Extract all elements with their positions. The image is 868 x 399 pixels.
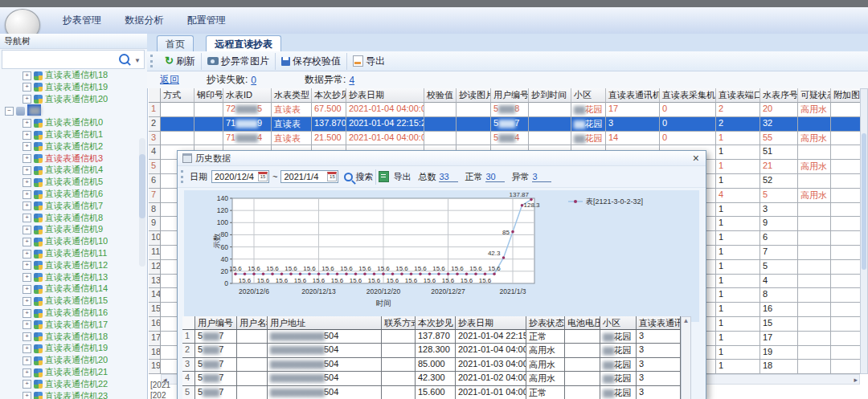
tree-expander[interactable]: + [23,285,31,294]
export-button[interactable]: 导出 [346,53,391,70]
tree-item[interactable]: +直读表通信机6 [0,188,138,200]
grid-header-cell[interactable]: 水表序号 [760,88,798,103]
history-header-cell[interactable]: 直读表通讯机 [637,316,681,330]
tree-item[interactable]: +直读表通信机8 [0,212,138,224]
tree-item[interactable]: +直读表通信机19 [0,342,138,354]
tree-expander[interactable]: + [23,309,31,318]
grid-header-cell[interactable]: 抄读图片 [457,88,491,103]
grid-header-cell[interactable]: 直读表端口 [716,88,760,103]
tree-expander[interactable]: + [23,320,31,329]
fail-count-link[interactable]: 0 [251,75,256,86]
tree-item[interactable]: +直读表通信机9 [0,223,138,235]
grid-header-cell[interactable]: 钢印号 [194,88,223,103]
grid-header-cell[interactable]: 小区 [571,88,606,103]
calendar-icon[interactable]: 15 [327,172,337,181]
history-table-scrollbar[interactable]: ▲ [681,316,691,399]
history-header-cell[interactable]: 联系方式 [382,316,416,330]
tree-item[interactable]: +直读表通信机2 [0,140,138,153]
tree-item[interactable]: +直读表通信机1 [0,128,138,140]
tree-expander[interactable]: + [23,83,31,92]
tree-item[interactable]: +直读表通信机14 [0,283,138,295]
tree-scrollbar-thumb[interactable] [139,154,145,218]
tree-item[interactable]: +直读表通信机15 [0,295,138,307]
tree-expander[interactable]: + [23,119,31,128]
tree-item[interactable]: +直读表通信机11 [0,247,138,259]
tree-item[interactable]: +直读表通信机3 [0,153,138,165]
tree-item[interactable]: +直读表通信机23 [0,390,138,399]
scroll-right-icon[interactable]: ▸ [854,376,858,384]
tree-item[interactable]: +直读表通信机13 [0,271,138,283]
capture-abnormal-photo-button[interactable]: 抄异常图片 [201,53,275,70]
tree-item[interactable]: +直读表通信机5 [0,176,138,188]
tree-expander[interactable]: + [23,380,31,389]
history-header-cell[interactable]: 抄表日期 [456,316,526,330]
tree-item[interactable]: +直读表通信机12 [0,259,138,271]
grid-header-cell[interactable]: 抄到时间 [529,88,571,103]
date-to-input[interactable]: 2021/1/4 15 [280,170,338,183]
chevron-down-icon[interactable]: ▼ [134,57,141,64]
table-row[interactable]: 371▇▇▇▇4直读表21.5002021-01-04 04:00:005▇▇▇… [149,132,868,146]
dialog-search-button[interactable]: 搜索 [342,169,375,185]
tree-item[interactable]: +直读表通信机16 [0,307,138,319]
sidebar-search-bar[interactable]: ▼ [2,50,145,69]
tree-item[interactable]: +直读表通信机20 [0,93,138,105]
tree-expander[interactable]: + [23,261,31,270]
tree-item[interactable]: +直读表通信机10 [0,235,138,247]
menu-item-config[interactable]: 配置管理 [187,7,226,34]
grid-header-cell[interactable]: 可疑状态 [798,88,831,103]
tree-expander[interactable]: + [23,250,31,259]
grid-header-cell[interactable]: 本次抄见 [312,88,346,103]
history-header-cell[interactable]: 抄表状态 [526,316,565,330]
grid-header-cell[interactable]: 直读表采集机 [660,88,716,103]
back-link[interactable]: 返回 [160,73,179,87]
tree-expander[interactable]: + [23,332,31,341]
table-row[interactable]: 271▇▇▇▇9直读表137.8702021-01-04 22:15:255▇▇… [149,117,868,132]
tree-expander[interactable]: − [5,107,14,116]
grid-header-cell[interactable]: 直读表通讯机 [606,88,660,103]
dialog-titlebar[interactable]: 历史数据 × [178,151,706,166]
tree-expander[interactable]: + [23,190,31,199]
tree-expander[interactable]: + [23,297,31,306]
tree-expander[interactable]: + [23,344,31,353]
history-header-cell[interactable]: 电池电压 [565,316,600,330]
tree-item[interactable]: +直读表通信机18 [0,69,138,81]
tree-expander[interactable]: + [23,166,31,175]
tree-item[interactable]: −▇▇ [0,104,138,116]
tree-expander[interactable]: + [23,178,31,187]
tree-expander[interactable]: + [23,154,31,163]
tree-item[interactable]: +直读表通信机4 [0,164,138,176]
history-header-cell[interactable]: 小区 [600,316,637,330]
table-row[interactable]: 55▇▇▇7▇▇▇▇▇▇▇▇▇▇50415.6002021-01-01 04:0… [182,386,681,399]
tree-expander[interactable]: + [23,226,31,234]
menu-item-data-analysis[interactable]: 数据分析 [125,7,163,34]
tree-expander[interactable]: + [23,392,31,399]
grid-header-cell[interactable]: 校验值 [424,88,457,103]
grid-header-cell[interactable]: 抄表日期 [346,88,424,103]
menu-item-meter-reading[interactable]: 抄表管理 [63,7,101,34]
table-row[interactable]: 35▇▇▇7▇▇▇▇▇▇▇▇▇▇50485.0002021-01-03 04:0… [182,358,681,372]
tree-expander[interactable]: + [23,202,31,210]
table-row[interactable]: 25▇▇▇7▇▇▇▇▇▇▇▇▇▇504128.3002021-01-04 04:… [182,344,681,357]
tree-item[interactable]: +直读表通信机7 [0,200,138,212]
tree-expander[interactable]: + [23,131,31,140]
tree-expander[interactable]: + [23,368,31,377]
tree-expander[interactable]: + [23,238,31,246]
tree-expander[interactable]: + [23,356,31,365]
tree-scrollbar[interactable] [139,138,145,267]
tree-item[interactable]: +直读表通信机18 [0,331,138,343]
date-from-input[interactable]: 2020/12/4 15 [211,170,269,183]
tree-item[interactable]: +直读表通信机19 [0,81,138,93]
tree-item[interactable]: +直读表通信机17 [0,319,138,331]
tree-expander[interactable]: + [23,142,31,151]
tree-item[interactable]: +直读表通信机0 [0,116,138,128]
tree-expander[interactable]: + [23,95,31,104]
grid-header-cell[interactable]: 水表ID [223,88,272,103]
save-check-value-button[interactable]: 保存校验值 [275,53,346,70]
grid-header-cell[interactable]: 用户编号 [491,88,529,103]
grid-header-cell[interactable]: 水表类型 [272,88,312,103]
tree-item[interactable]: +直读表通信机21 [0,366,138,378]
tree-expander[interactable]: + [23,214,31,222]
close-icon[interactable]: × [693,152,699,165]
tree-expander[interactable]: + [23,273,31,282]
grid-header-cell[interactable]: 方式 [161,88,194,103]
